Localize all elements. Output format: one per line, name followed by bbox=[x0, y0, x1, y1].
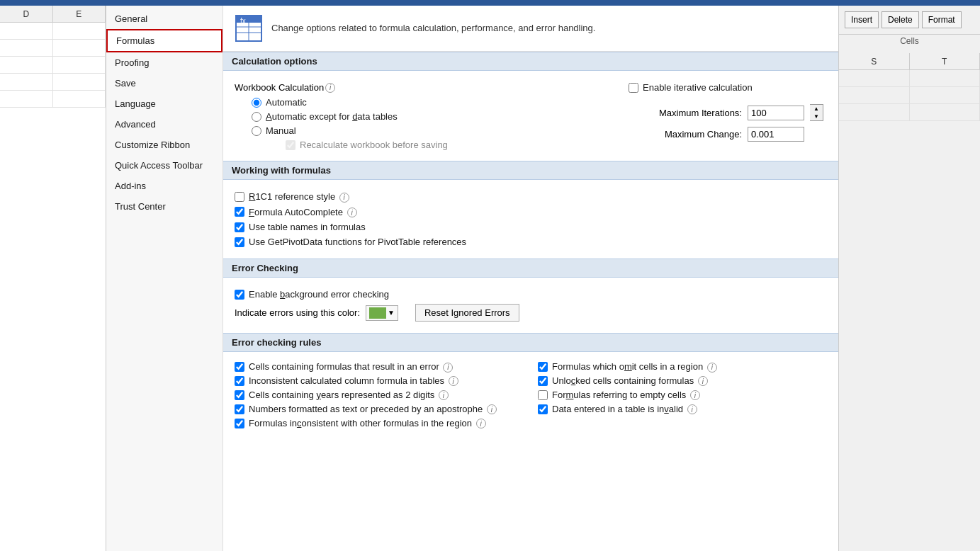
rules-grid: Cells containing formulas that result in… bbox=[235, 359, 827, 431]
col-t[interactable]: T bbox=[910, 53, 981, 69]
autocomplete-info-icon[interactable]: i bbox=[347, 208, 357, 217]
rule4-checkbox[interactable] bbox=[235, 404, 244, 414]
row bbox=[0, 91, 106, 108]
recalculate-checkbox[interactable] bbox=[286, 140, 295, 150]
max-iterations-label: Maximum Iterations: bbox=[643, 108, 742, 118]
sidebar-item-add-ins[interactable]: Add-ins bbox=[106, 176, 223, 196]
enable-iterative-checkbox[interactable] bbox=[629, 83, 638, 93]
table-names-checkbox[interactable] bbox=[235, 222, 244, 232]
sidebar-item-general[interactable]: General bbox=[106, 8, 223, 29]
sidebar-item-language[interactable]: Language bbox=[106, 93, 223, 114]
rows-area-right bbox=[839, 70, 980, 551]
max-iterations-down-button[interactable]: ▼ bbox=[810, 113, 823, 120]
table-names-label[interactable]: Use table names in formulas bbox=[249, 222, 366, 232]
rule7-checkbox[interactable] bbox=[538, 376, 548, 386]
options-panel: fx Change options related to formula cal… bbox=[223, 6, 838, 551]
sidebar: General Formulas Proofing Save Language … bbox=[106, 6, 223, 551]
manual-radio-row: Manual bbox=[252, 125, 600, 136]
rule2-info-icon[interactable]: i bbox=[449, 376, 458, 386]
color-dropdown-arrow[interactable]: ▼ bbox=[388, 309, 395, 317]
rule5-info-icon[interactable]: i bbox=[476, 419, 486, 428]
rule8-checkbox[interactable] bbox=[538, 390, 548, 400]
getpivotdata-label[interactable]: Use GetPivotData functions for PivotTabl… bbox=[249, 237, 466, 247]
rule9-info-icon[interactable]: i bbox=[687, 404, 697, 414]
rule1-label[interactable]: Cells containing formulas that result in… bbox=[249, 361, 453, 373]
sidebar-item-formulas[interactable]: Formulas bbox=[106, 29, 223, 52]
radio-group: Automatic Automatic except for data tabl… bbox=[235, 97, 600, 150]
col-e[interactable]: E bbox=[53, 6, 106, 22]
max-change-label: Maximum Change: bbox=[643, 129, 742, 140]
rule2-label[interactable]: Inconsistent calculated column formula i… bbox=[249, 375, 458, 387]
enable-iterative-row: Enable iterative calculation bbox=[629, 82, 827, 93]
sidebar-item-save[interactable]: Save bbox=[106, 73, 223, 93]
max-change-input[interactable]: 0.001 bbox=[748, 127, 804, 142]
rule9-checkbox[interactable] bbox=[538, 404, 548, 414]
workbook-calc-info-icon[interactable]: i bbox=[325, 83, 335, 93]
r1c1-checkbox[interactable] bbox=[235, 192, 244, 202]
getpivotdata-checkbox[interactable] bbox=[235, 237, 244, 247]
rule9-label[interactable]: Data entered in a table is invalid i bbox=[552, 404, 697, 416]
max-iterations-input[interactable]: 100 bbox=[748, 106, 804, 120]
ribbon-buttons-area: Insert Delete Format bbox=[839, 6, 980, 34]
enable-bg-error-checkbox[interactable] bbox=[235, 290, 244, 300]
automatic-except-radio[interactable] bbox=[252, 112, 261, 122]
col-s[interactable]: S bbox=[839, 53, 910, 69]
sidebar-item-advanced[interactable]: Advanced bbox=[106, 114, 223, 135]
working-formulas-section: Working with formulas R1C1 reference sty… bbox=[223, 161, 838, 259]
max-iterations-spinner: ▲ ▼ bbox=[810, 104, 823, 121]
rule6-info-icon[interactable]: i bbox=[707, 363, 717, 373]
max-change-row: Maximum Change: 0.001 bbox=[643, 127, 827, 142]
automatic-radio[interactable] bbox=[252, 98, 261, 108]
rule8-info-icon[interactable]: i bbox=[690, 390, 700, 400]
rule7-info-icon[interactable]: i bbox=[698, 376, 708, 386]
rule3-checkbox[interactable] bbox=[235, 390, 244, 400]
rules-left-col: Cells containing formulas that result in… bbox=[235, 359, 524, 431]
sidebar-item-quick-access[interactable]: Quick Access Toolbar bbox=[106, 155, 223, 176]
error-rules-section: Error checking rules Cells containing fo… bbox=[223, 333, 838, 438]
automatic-label[interactable]: Automatic bbox=[266, 97, 307, 108]
manual-radio[interactable] bbox=[252, 126, 261, 136]
rule4-label[interactable]: Numbers formatted as text or preceded by… bbox=[249, 404, 497, 416]
color-picker-button[interactable]: ▼ bbox=[366, 305, 398, 321]
rule2-checkbox[interactable] bbox=[235, 376, 244, 386]
automatic-except-label[interactable]: Automatic except for data tables bbox=[266, 111, 398, 122]
sidebar-item-trust-center[interactable]: Trust Center bbox=[106, 196, 223, 217]
error-checking-header: Error Checking bbox=[223, 259, 838, 278]
col-d[interactable]: D bbox=[0, 6, 53, 22]
recalculate-label: Recalculate workbook before saving bbox=[300, 140, 448, 150]
row bbox=[839, 104, 980, 121]
autocomplete-checkbox[interactable] bbox=[235, 207, 244, 217]
r1c1-label[interactable]: R1C1 reference style i bbox=[249, 191, 349, 203]
col-header-right: S T bbox=[839, 53, 980, 70]
row bbox=[839, 87, 980, 104]
rule3-label[interactable]: Cells containing years represented as 2 … bbox=[249, 390, 449, 402]
rule6-label[interactable]: Formulas which omit cells in a region i bbox=[552, 361, 717, 373]
rule3-info-icon[interactable]: i bbox=[439, 390, 449, 400]
delete-button[interactable]: Delete bbox=[882, 11, 919, 28]
reset-ignored-errors-button[interactable]: Reset Ignored Errors bbox=[415, 304, 519, 322]
max-iterations-row: Maximum Iterations: 100 ▲ ▼ bbox=[643, 104, 827, 121]
rule5-checkbox[interactable] bbox=[235, 419, 244, 428]
rule1-info-icon[interactable]: i bbox=[443, 363, 453, 373]
format-button[interactable]: Format bbox=[922, 11, 962, 28]
calculation-section: Calculation options Workbook Calculation… bbox=[223, 52, 838, 161]
rule-row-6: Formulas which omit cells in a region i bbox=[538, 361, 827, 373]
error-checking-section: Error Checking Enable background error c… bbox=[223, 259, 838, 333]
rule7-label[interactable]: Unlocked cells containing formulas i bbox=[552, 375, 708, 387]
enable-iterative-label[interactable]: Enable iterative calculation bbox=[643, 82, 753, 93]
insert-button[interactable]: Insert bbox=[845, 11, 879, 28]
rule1-checkbox[interactable] bbox=[235, 362, 244, 372]
svg-text:fx: fx bbox=[240, 17, 246, 25]
row bbox=[839, 70, 980, 87]
rule8-label[interactable]: Formulas referring to empty cells i bbox=[552, 390, 700, 402]
rule5-label[interactable]: Formulas inconsistent with other formula… bbox=[249, 418, 486, 430]
rule6-checkbox[interactable] bbox=[538, 362, 548, 372]
sidebar-item-customize-ribbon[interactable]: Customize Ribbon bbox=[106, 135, 223, 155]
enable-bg-error-label[interactable]: Enable background error checking bbox=[249, 289, 389, 300]
max-iterations-up-button[interactable]: ▲ bbox=[810, 105, 823, 113]
r1c1-info-icon[interactable]: i bbox=[339, 193, 349, 203]
autocomplete-label[interactable]: Formula AutoComplete i bbox=[249, 207, 357, 218]
rule4-info-icon[interactable]: i bbox=[487, 404, 497, 414]
sidebar-item-proofing[interactable]: Proofing bbox=[106, 52, 223, 73]
manual-label[interactable]: Manual bbox=[266, 125, 296, 136]
